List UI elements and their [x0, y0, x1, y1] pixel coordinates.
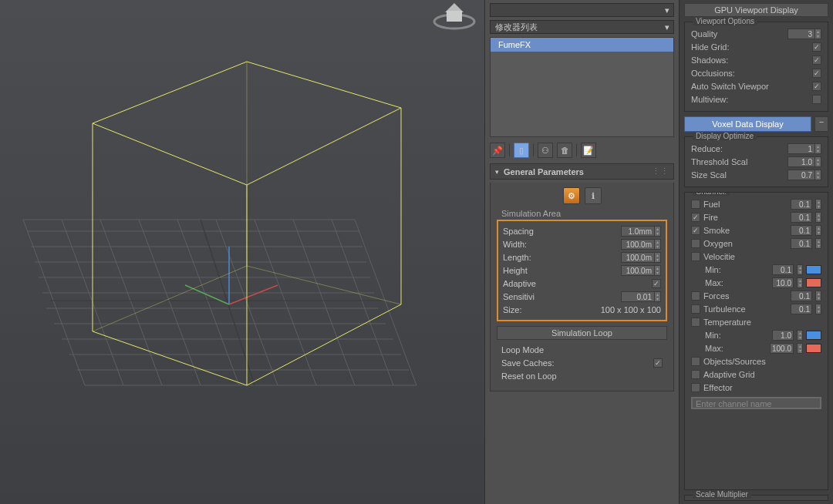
configure-icon: 📝	[583, 146, 594, 156]
oxygen-checkbox[interactable]	[691, 239, 700, 248]
objects-checkbox[interactable]	[691, 357, 700, 366]
quality-label: Quality	[691, 29, 784, 39]
temperature-checkbox[interactable]	[691, 318, 700, 327]
voxel-data-display-button[interactable]: Voxel Data Display	[684, 116, 811, 132]
fuel-label: Fuel	[703, 200, 787, 209]
fuel-checkbox[interactable]	[691, 200, 700, 209]
adaptive-checkbox[interactable]: ✓	[652, 279, 661, 288]
viewport-3d[interactable]	[0, 0, 484, 504]
fuel-value[interactable]: 0.1	[791, 199, 812, 210]
info-icon: ℹ	[592, 191, 595, 201]
make-unique-button[interactable]: ⚇	[538, 143, 553, 158]
effector-checkbox[interactable]	[691, 383, 700, 392]
threshold-spinner[interactable]: 1.0▴▾	[787, 156, 821, 167]
open-ui-button[interactable]: ⚙	[563, 187, 580, 204]
viewcube[interactable]	[430, 0, 478, 31]
modifier-list-label: 修改器列表	[491, 22, 661, 33]
drag-handle-icon: ⋮⋮	[652, 166, 669, 176]
reduce-label: Reduce:	[691, 144, 784, 153]
velocities-checkbox[interactable]	[691, 252, 700, 261]
scale-multiplier-group: Scale Multiplier	[684, 495, 828, 501]
temperature-label: Temperature	[703, 318, 821, 327]
object-name-field[interactable]: ▾	[490, 3, 674, 17]
temp-min-value[interactable]: 1.0	[772, 330, 794, 341]
rollout-general-parameters[interactable]: ▾ General Parameters ⋮⋮	[490, 163, 674, 180]
spacing-spinner[interactable]: 1.0mm▴▾	[621, 226, 661, 237]
svg-line-25	[229, 285, 278, 304]
loop-mode-label: Loop Mode	[501, 345, 544, 354]
vel-min-color[interactable]	[806, 265, 821, 274]
temp-max-value[interactable]: 100.0	[770, 343, 794, 354]
width-spinner[interactable]: 100.0m▴▾	[621, 239, 661, 250]
modifier-stack[interactable]: FumeFX	[490, 37, 674, 137]
forces-value[interactable]: 0.1	[791, 291, 812, 301]
turbulence-checkbox[interactable]	[691, 304, 700, 314]
size-value: 100 x 100 x 100	[601, 305, 661, 314]
auto-switch-checkbox[interactable]: ✓	[812, 82, 821, 91]
save-caches-checkbox[interactable]: ✓	[653, 358, 663, 368]
svg-line-21	[355, 220, 416, 385]
chevron-down-icon: ▾	[661, 5, 673, 15]
shadows-checkbox[interactable]: ✓	[812, 55, 821, 65]
configure-sets-button[interactable]: 📝	[581, 143, 596, 158]
info-button[interactable]: ℹ	[585, 187, 602, 204]
turbulence-value[interactable]: 0.1	[791, 304, 812, 314]
oxygen-value[interactable]: 0.1	[791, 238, 812, 249]
pin-icon: 📌	[492, 146, 503, 156]
fumefx-display-panel: GPU Viewport Display Viewport Options Qu…	[679, 0, 833, 504]
temp-max-color[interactable]	[806, 344, 821, 353]
oxygen-label: Oxygen	[703, 239, 787, 248]
display-optimize-title: Display Optimize	[693, 132, 757, 140]
fire-label: Fire	[703, 213, 787, 222]
sensitivity-spinner[interactable]: 0.01▴▾	[621, 291, 661, 302]
temp-min-color[interactable]	[806, 331, 821, 340]
channel-group: Channel: Fuel0.1▴▾ ✓Fire0.1▴▾ ✓Smoke0.1▴…	[684, 192, 828, 490]
modify-panel: ▾ 修改器列表 ▾ FumeFX 📌 ▯ ⚇ 🗑 📝 ▾ General Par…	[484, 0, 679, 504]
vel-min-value[interactable]: 0.1	[772, 264, 794, 275]
vel-max-color[interactable]	[806, 278, 821, 287]
sim-area-highlight: Spacing1.0mm▴▾ Width:100.0m▴▾ Length:100…	[497, 220, 667, 321]
size-label: Size:	[503, 305, 521, 314]
quality-spinner[interactable]: 3▴▾	[787, 29, 821, 39]
sizescale-label: Size Scal	[691, 170, 784, 180]
vel-max-label: Max:	[705, 278, 769, 287]
hide-grid-checkbox[interactable]: ✓	[812, 42, 821, 52]
adaptive-grid-checkbox[interactable]	[691, 370, 700, 379]
smoke-value[interactable]: 0.1	[791, 225, 812, 236]
smoke-label: Smoke	[703, 226, 787, 235]
fire-value[interactable]: 0.1	[791, 212, 812, 223]
channel-name-input[interactable]: Enter channel name	[691, 397, 821, 409]
occlusions-checkbox[interactable]: ✓	[812, 69, 821, 78]
scale-multiplier-title: Scale Multiplier	[693, 490, 751, 499]
channel-title: Channel:	[693, 192, 730, 196]
length-spinner[interactable]: 100.0m▴▾	[621, 252, 661, 263]
vel-max-value[interactable]: 10.0	[772, 277, 794, 288]
voxel-remove-button[interactable]: −	[814, 116, 828, 132]
temp-max-label: Max:	[705, 344, 767, 353]
width-label: Width:	[503, 240, 527, 249]
temp-min-label: Min:	[705, 331, 769, 340]
viewport-wireframe	[0, 0, 484, 504]
modifier-item-fumefx[interactable]: FumeFX	[491, 38, 673, 52]
reduce-spinner[interactable]: 1▴▾	[787, 143, 821, 154]
svg-line-29	[247, 108, 401, 185]
turbulence-label: Turbulence	[703, 304, 787, 314]
pin-stack-button[interactable]: 📌	[490, 143, 505, 158]
effector-label: Effector	[703, 383, 821, 392]
rollout-general-body: ⚙ ℹ Simulation Area Spacing1.0mm▴▾ Width…	[490, 183, 674, 391]
svg-rect-34	[447, 11, 462, 22]
svg-line-14	[100, 220, 162, 385]
adaptive-label: Adaptive	[503, 279, 536, 288]
smoke-checkbox[interactable]: ✓	[691, 226, 700, 235]
show-end-result-button[interactable]: ▯	[514, 143, 529, 158]
svg-line-18	[255, 220, 316, 385]
modifier-list-dropdown[interactable]: 修改器列表 ▾	[490, 20, 674, 34]
remove-modifier-button[interactable]: 🗑	[557, 143, 572, 158]
multiview-checkbox[interactable]	[812, 95, 821, 104]
fire-checkbox[interactable]: ✓	[691, 213, 700, 222]
height-spinner[interactable]: 100.0m▴▾	[621, 265, 661, 276]
gpu-display-header: GPU Viewport Display	[684, 3, 828, 17]
sizescale-spinner[interactable]: 0.7▴▾	[787, 170, 821, 180]
svg-line-20	[332, 220, 393, 385]
forces-checkbox[interactable]	[691, 291, 700, 301]
